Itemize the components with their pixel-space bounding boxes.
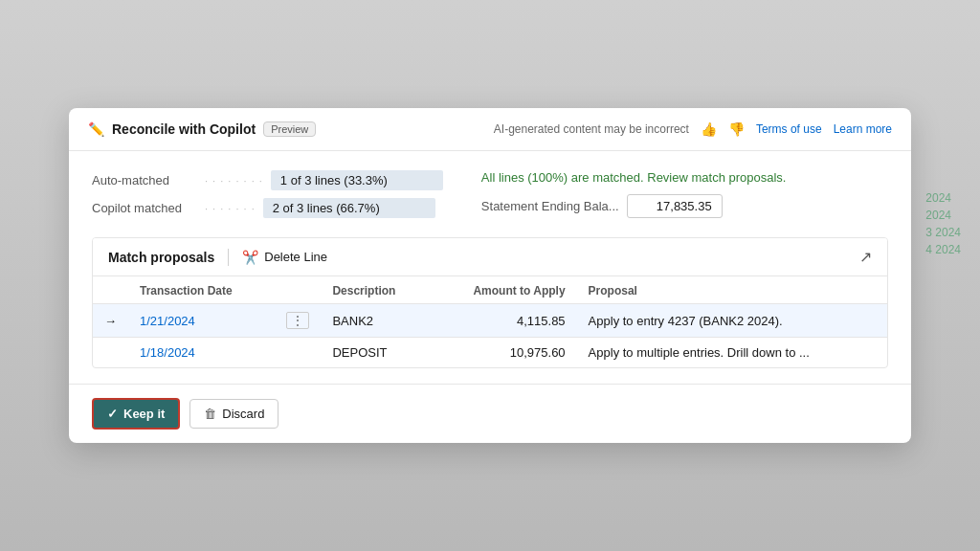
row-proposal-0[interactable]: Apply to entry 4237 (BANK2 2024). bbox=[577, 304, 887, 338]
row-description-0: BANK2 bbox=[321, 304, 430, 338]
keep-button[interactable]: ✓ Keep it bbox=[92, 398, 180, 430]
learn-more-link[interactable]: Learn more bbox=[834, 122, 892, 136]
table-row: → 1/21/2024 ⋮ BANK2 4,115.85 Apply to en… bbox=[93, 304, 887, 338]
ending-balance-row: Statement Ending Bala... 17,835.35 bbox=[481, 194, 787, 218]
col-arrow bbox=[93, 276, 128, 304]
col-transaction-date: Transaction Date bbox=[128, 276, 275, 304]
col-actions bbox=[275, 276, 321, 304]
stats-right: All lines (100%) are matched. Review mat… bbox=[481, 170, 787, 218]
thumbs-up-icon[interactable]: 👍 bbox=[701, 121, 717, 137]
delete-line-button[interactable]: ✂️ Delete Line bbox=[242, 250, 327, 265]
row-arrow-0: → bbox=[93, 304, 128, 338]
header-right: AI-generated content may be incorrect 👍 … bbox=[494, 121, 892, 137]
row-kebab-0[interactable]: ⋮ bbox=[275, 304, 321, 338]
row-arrow-1 bbox=[93, 338, 128, 368]
row-description-1: DEPOSIT bbox=[321, 338, 430, 368]
copilot-matched-dots: · · · · · · · bbox=[205, 203, 256, 214]
row-date-1[interactable]: 1/18/2024 bbox=[128, 338, 275, 368]
modal-body: Auto-matched · · · · · · · · 1 of 3 line… bbox=[69, 151, 911, 384]
copilot-matched-label: Copilot matched bbox=[92, 201, 197, 215]
copilot-matched-row: Copilot matched · · · · · · · 2 of 3 lin… bbox=[92, 198, 443, 218]
kebab-button[interactable]: ⋮ bbox=[286, 312, 309, 329]
modal-title: Reconcile with Copilot bbox=[112, 121, 256, 137]
auto-matched-value: 1 of 3 lines (33.3%) bbox=[271, 170, 443, 190]
ai-notice: AI-generated content may be incorrect bbox=[494, 122, 689, 136]
check-icon: ✓ bbox=[107, 407, 118, 421]
auto-matched-dots: · · · · · · · · bbox=[205, 175, 263, 187]
header-left: ✏️ Reconcile with Copilot Preview bbox=[88, 121, 484, 137]
terms-link[interactable]: Terms of use bbox=[756, 122, 822, 136]
row-amount-1: 10,975.60 bbox=[431, 338, 577, 368]
auto-matched-label: Auto-matched bbox=[92, 173, 197, 187]
thumbs-down-icon[interactable]: 👎 bbox=[728, 121, 745, 137]
delete-scissors-icon: ✂️ bbox=[242, 250, 258, 265]
delete-line-label: Delete Line bbox=[264, 250, 327, 264]
stats-row: Auto-matched · · · · · · · · 1 of 3 line… bbox=[92, 170, 888, 218]
main-modal: ✏️ Reconcile with Copilot Preview AI-gen… bbox=[69, 108, 911, 443]
discard-button[interactable]: 🗑 Discard bbox=[189, 399, 278, 429]
preview-badge: Preview bbox=[263, 121, 316, 137]
proposals-section: Match proposals ✂️ Delete Line ↗ Transac… bbox=[92, 237, 888, 368]
auto-matched-row: Auto-matched · · · · · · · · 1 of 3 line… bbox=[92, 170, 443, 190]
proposals-header: Match proposals ✂️ Delete Line ↗ bbox=[93, 238, 887, 276]
col-amount: Amount to Apply bbox=[431, 276, 577, 304]
discard-label: Discard bbox=[222, 407, 264, 421]
col-description: Description bbox=[321, 276, 430, 304]
stats-left: Auto-matched · · · · · · · · 1 of 3 line… bbox=[92, 170, 443, 218]
row-kebab-1[interactable] bbox=[275, 338, 321, 368]
trash-icon: 🗑 bbox=[204, 407, 216, 421]
pencil-icon: ✏️ bbox=[88, 121, 104, 137]
header-divider bbox=[228, 249, 229, 266]
table-header-row: Transaction Date Description Amount to A… bbox=[93, 276, 887, 304]
modal-footer: ✓ Keep it 🗑 Discard bbox=[69, 384, 911, 443]
modal-header: ✏️ Reconcile with Copilot Preview AI-gen… bbox=[69, 108, 911, 151]
col-proposal: Proposal bbox=[577, 276, 887, 304]
row-proposal-1[interactable]: Apply to multiple entries. Drill down to… bbox=[577, 338, 887, 368]
row-amount-0: 4,115.85 bbox=[431, 304, 577, 338]
proposals-title: Match proposals bbox=[108, 250, 214, 265]
ending-balance-label: Statement Ending Bala... bbox=[481, 199, 619, 213]
matched-message: All lines (100%) are matched. Review mat… bbox=[481, 170, 787, 185]
proposals-table: Transaction Date Description Amount to A… bbox=[93, 276, 887, 367]
row-date-0[interactable]: 1/21/2024 bbox=[128, 304, 275, 338]
table-row: 1/18/2024 DEPOSIT 10,975.60 Apply to mul… bbox=[93, 338, 887, 368]
copilot-matched-value: 2 of 3 lines (66.7%) bbox=[263, 198, 435, 218]
export-icon[interactable]: ↗ bbox=[859, 248, 872, 266]
keep-label: Keep it bbox=[123, 407, 165, 421]
ending-balance-value: 17,835.35 bbox=[627, 194, 723, 218]
